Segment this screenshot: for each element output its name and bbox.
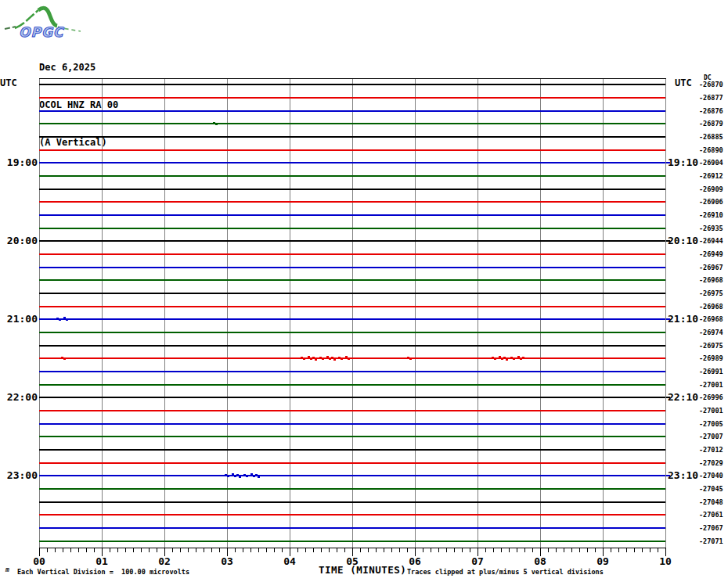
dc-value: -26968 <box>699 315 723 323</box>
right-hour-label: 19:10 <box>668 157 702 168</box>
dc-value: -26967 <box>699 264 723 271</box>
dc-value: -26975 <box>699 342 723 350</box>
trace-noise-segment <box>229 475 232 476</box>
x-tick-label: 01 <box>90 555 114 567</box>
right-hour-label: 21:10 <box>668 314 702 325</box>
dc-value: -26968 <box>699 276 723 284</box>
trace-line <box>39 228 665 229</box>
trace-noise-segment <box>308 356 310 357</box>
trace-noise-segment <box>517 356 520 357</box>
dc-value: -26975 <box>699 289 723 297</box>
trace-line <box>39 136 665 138</box>
trace-line <box>39 175 665 177</box>
left-hour-label: 21:00 <box>2 314 38 325</box>
trace-line <box>39 318 665 320</box>
trace-noise-segment <box>315 359 317 361</box>
x-tick-label: 03 <box>215 555 239 567</box>
x-tick-label: 09 <box>591 555 614 567</box>
trace-line <box>39 279 665 281</box>
trace-line <box>39 214 665 216</box>
trace-line <box>39 253 665 255</box>
dc-value: -26991 <box>699 368 723 375</box>
trace-line <box>39 462 665 464</box>
trace-noise-segment <box>234 476 236 477</box>
trace-noise-segment <box>61 318 63 320</box>
trace-line <box>39 84 665 85</box>
trace-noise-segment <box>329 358 331 360</box>
x-axis-title: TIME (MINUTES) <box>319 564 406 576</box>
dc-value: -26877 <box>699 94 723 102</box>
trace-line <box>39 410 665 411</box>
trace-noise-segment <box>310 358 312 360</box>
trace-noise-segment <box>66 319 68 321</box>
right-hour-label: 23:10 <box>668 470 702 481</box>
x-tick-label: 08 <box>528 555 552 567</box>
trace-line <box>39 514 665 516</box>
trace-noise-segment <box>215 124 218 125</box>
plot-frame-top <box>39 78 666 79</box>
trace-line <box>39 201 665 203</box>
x-tick-label: 00 <box>27 555 51 567</box>
dc-value: -27029 <box>699 459 723 467</box>
dc-value: -27045 <box>699 485 723 493</box>
trace-line <box>39 97 665 99</box>
hour-tick-right <box>666 318 670 320</box>
trace-line <box>39 149 665 151</box>
dc-value: -27001 <box>699 381 723 389</box>
trace-noise-segment <box>312 357 315 358</box>
clip-note: Traces clipped at plus/minus 5 vertical … <box>407 568 604 576</box>
trace-noise-segment <box>326 356 329 357</box>
dc-value: -27048 <box>699 498 723 506</box>
trace-line <box>39 123 665 124</box>
dc-value: -26912 <box>699 172 723 180</box>
x-tick-label: 04 <box>278 555 301 567</box>
hour-tick-right <box>666 162 670 163</box>
trace-noise-segment <box>324 357 326 359</box>
webicorder-page: OPGC Dec 6,2025 OCOL HNZ RA 00 (A Vertic… <box>0 0 728 582</box>
trace-noise-segment <box>258 476 260 478</box>
trace-noise-segment <box>236 474 239 476</box>
trace-noise-segment <box>515 357 517 359</box>
trace-noise-segment <box>63 317 66 318</box>
dc-value: -27061 <box>699 511 723 519</box>
trace-line <box>39 332 665 333</box>
dc-value: -26989 <box>699 354 723 362</box>
dc-value: -26935 <box>699 225 723 232</box>
trace-line <box>39 293 665 294</box>
dc-value: -26910 <box>699 211 723 219</box>
dc-value: -26890 <box>699 146 723 154</box>
trace-noise-segment <box>506 359 508 361</box>
grid-line-vertical <box>665 78 666 548</box>
trace-line <box>39 110 665 112</box>
hour-tick-right <box>666 475 670 476</box>
dc-value: -27005 <box>699 420 723 428</box>
trace-noise-segment <box>250 473 253 475</box>
x-tick-label: 02 <box>153 555 176 567</box>
dc-value: -27007 <box>699 433 723 440</box>
dc-value: -26949 <box>699 250 723 258</box>
trace-noise-segment <box>232 473 234 475</box>
trace-noise-segment <box>412 357 414 359</box>
trace-line <box>39 475 665 476</box>
trace-noise-segment <box>348 358 350 360</box>
trace-noise-segment <box>253 476 255 477</box>
trace-noise-segment <box>499 356 501 357</box>
trace-noise-segment <box>66 357 68 359</box>
dc-value: -26968 <box>699 303 723 311</box>
trace-noise-segment <box>239 476 241 478</box>
left-hour-label: 19:00 <box>2 157 38 168</box>
x-tick-label: 07 <box>466 555 489 567</box>
dc-value: -26876 <box>699 107 723 115</box>
hour-tick-right <box>666 397 670 398</box>
trace-line <box>39 189 665 190</box>
trace-noise-segment <box>248 475 250 476</box>
dc-value: -26996 <box>699 393 723 401</box>
trace-noise-segment <box>260 475 262 476</box>
stray-glyph: m <box>5 566 9 573</box>
helicorder-plot: -26870-26877-26876-26879-26885-2689019:0… <box>0 0 728 582</box>
trace-line <box>39 423 665 425</box>
scale-note: Each Vertical Division = 100.00 microvol… <box>17 568 189 576</box>
hour-tick-right <box>666 240 670 242</box>
trace-line <box>39 371 665 372</box>
trace-line <box>39 488 665 490</box>
